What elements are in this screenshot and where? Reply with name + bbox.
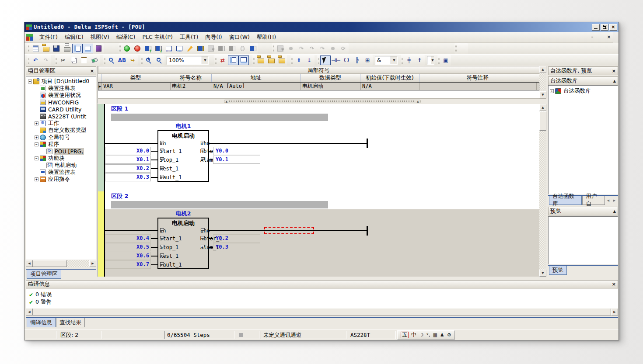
tree-item-14[interactable]: +应用指令 <box>27 176 96 183</box>
chevron-down-icon[interactable]: ▼ <box>431 56 434 64</box>
network-tool-button[interactable]: ╠ <box>352 55 362 65</box>
menu-item-8[interactable]: 帮助(H) <box>253 32 280 42</box>
scroll-thumb[interactable] <box>539 111 546 131</box>
function-block[interactable]: 电机启动EnEnoStart_1Stop_1Rest_1Fault_1Motor… <box>157 218 209 269</box>
contact-tool-button[interactable]: ⊣⊢ <box>331 55 341 65</box>
select-tool-button[interactable] <box>320 55 331 65</box>
zoom-out-button[interactable]: − <box>154 55 164 65</box>
scroll-left-icon[interactable]: ◀ <box>26 309 33 315</box>
input-operand[interactable]: X0.6 <box>105 252 151 260</box>
tab-scroll-left-icon[interactable]: ◀ <box>605 197 611 204</box>
start-simulator-button[interactable] <box>122 44 132 53</box>
undo-button[interactable]: ↶ <box>30 55 41 65</box>
pin-type-combo[interactable]: ▼ <box>427 56 434 65</box>
preview-group-header[interactable]: 预览 ▲ <box>548 207 618 215</box>
menu-item-1[interactable]: 编辑(E) <box>61 32 87 42</box>
input-operand[interactable]: X0.0 <box>105 147 151 155</box>
device-monitor-button[interactable] <box>248 44 258 53</box>
tree-item-4[interactable]: CARD Utility <box>27 106 96 113</box>
paste-button[interactable] <box>79 55 89 65</box>
ime-user-icon[interactable]: ♟ <box>440 332 444 338</box>
symbol-cell-1[interactable]: 电机2 <box>171 83 212 90</box>
expander-icon[interactable]: + <box>35 121 38 125</box>
library-tree-root[interactable]: + 台达函数库 <box>550 87 618 94</box>
edit-cursor[interactable] <box>264 227 314 234</box>
input-operand[interactable]: X0.5 <box>105 243 151 251</box>
ime-fullhalf-icon[interactable]: ☽ <box>419 332 424 338</box>
fb-instance-name[interactable]: 电机2 <box>157 210 209 218</box>
zoom-level-combo[interactable]: 100%▼ <box>167 56 209 65</box>
expander-icon[interactable]: + <box>35 177 38 181</box>
tree-item-7[interactable]: 自定义数据类型 <box>27 127 96 134</box>
print-button[interactable] <box>62 44 72 53</box>
ladder-canvas[interactable]: 区段 1电机1电机启动EnEnoStart_1Stop_1Rest_1Fault… <box>98 104 539 277</box>
expander-icon[interactable]: − <box>35 142 38 146</box>
minimize-button[interactable] <box>592 24 600 31</box>
fb-type-combo[interactable]: &▼ <box>375 56 398 65</box>
input-operand[interactable]: X0.4 <box>105 234 151 243</box>
tree-item-2[interactable]: 装置使用状况 <box>27 92 96 99</box>
view-project-area-button[interactable] <box>72 44 83 53</box>
menu-item-5[interactable]: 工具(T) <box>176 32 202 42</box>
tree-item-12[interactable]: 电机启动 <box>27 162 96 169</box>
rising-tool-button[interactable]: ↑ <box>414 55 425 65</box>
input-operand[interactable]: X0.3 <box>105 173 151 181</box>
ime-softkeyboard-icon[interactable]: ▦ <box>433 332 437 338</box>
scroll-left-icon[interactable]: ◀ <box>26 260 33 267</box>
erase-button[interactable] <box>89 55 100 65</box>
menu-item-3[interactable]: 编译(C) <box>113 32 139 42</box>
symbol-table-row[interactable]: ▶VAR电机2N/A [Auto]电机启动N/A <box>98 82 539 90</box>
scroll-down-icon[interactable]: ▼ <box>539 270 546 277</box>
stop-simulator-button[interactable] <box>132 44 143 53</box>
output-operand[interactable]: Y0.2 <box>213 234 260 243</box>
tab-preview[interactable]: 预览 <box>549 266 567 275</box>
tree-item-5[interactable]: AS228T (Untit <box>27 113 96 120</box>
close-panel-icon[interactable]: × <box>612 69 616 73</box>
menu-item-2[interactable]: 视图(V) <box>87 32 113 42</box>
manual-button[interactable] <box>93 44 104 53</box>
new-section-button[interactable] <box>255 55 266 65</box>
expander-icon[interactable]: + <box>35 135 38 139</box>
input-operand[interactable]: X0.7 <box>105 260 151 269</box>
section-export-button[interactable] <box>276 55 287 65</box>
symbol-cell-2[interactable]: N/A [Auto] <box>212 83 301 90</box>
replace-button[interactable]: AB <box>117 55 127 65</box>
expander-icon[interactable]: + <box>550 89 554 93</box>
view-message-area-button[interactable] <box>83 44 93 53</box>
vertical-line-tool-button[interactable]: ╪ <box>404 55 414 65</box>
tab-project-manager[interactable]: 项目管理区 <box>27 270 61 279</box>
function-block[interactable]: 电机启动EnEnoStart_1Stop_1Rest_1Fault_1Motor… <box>157 130 209 182</box>
menu-item-4[interactable]: PLC 主机(P) <box>139 32 176 42</box>
section-import-button[interactable] <box>266 55 276 65</box>
symbol-panel-button[interactable] <box>228 55 238 65</box>
close-button[interactable]: × <box>609 24 617 31</box>
copy-button[interactable] <box>68 55 79 65</box>
goto-button[interactable]: ↪ <box>127 55 138 65</box>
tree-item-6[interactable]: +工作 <box>27 120 96 127</box>
coil-tool-button[interactable]: { } <box>341 55 352 65</box>
open-file-button[interactable] <box>41 44 51 53</box>
input-operand[interactable]: X0.1 <box>105 156 151 164</box>
compile-hscrollbar[interactable]: ◀ ▶ <box>26 309 618 315</box>
tree-item-3[interactable]: HWCONFIG <box>27 99 96 106</box>
menu-item-0[interactable]: 文件(F) <box>36 32 61 42</box>
move-section-down-button[interactable]: ⇓ <box>304 55 315 65</box>
scroll-down-icon[interactable]: ▼ <box>539 91 546 98</box>
pin-icon[interactable] <box>28 69 32 73</box>
upload-device-button[interactable] <box>164 44 174 53</box>
network-1[interactable]: 区段 1电机1电机启动EnEnoStart_1Stop_1Rest_1Fault… <box>98 104 539 191</box>
tab-compile-message[interactable]: 编译信息 <box>27 318 56 327</box>
tree-item-13[interactable]: 装置监控表 <box>27 169 96 176</box>
ime-punct-icon[interactable]: °, <box>426 332 430 338</box>
editor-vscrollbar[interactable]: ▲ ▼ <box>539 104 546 277</box>
tree-item-1[interactable]: 装置注释表 <box>27 85 96 92</box>
tree-item-10[interactable]: POU [PRG, <box>27 148 96 155</box>
project-tree-hscrollbar[interactable]: ◀ ▶ <box>26 260 96 267</box>
symbol-table-vscrollbar[interactable]: ▲ ▼ <box>539 66 546 98</box>
cut-button[interactable]: ✂ <box>58 55 68 65</box>
collapse-icon[interactable]: ▲ <box>613 209 616 213</box>
download-program-button[interactable]: ↓ <box>153 44 164 53</box>
symbol-cell-5[interactable] <box>420 83 537 90</box>
symbol-cell-0[interactable]: VAR <box>102 83 171 90</box>
menu-item-6[interactable]: 向导(I) <box>202 32 225 42</box>
